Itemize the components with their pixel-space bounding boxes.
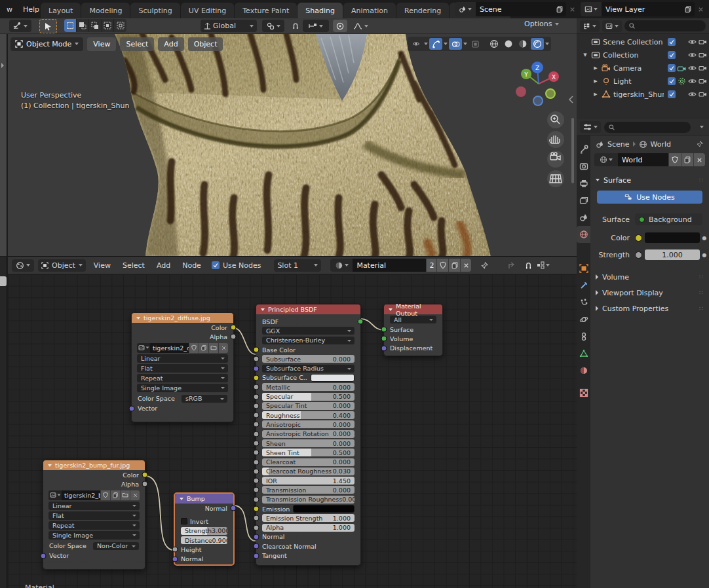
node-dropdown[interactable]: Flat <box>48 511 140 520</box>
socket-vector-in[interactable] <box>41 553 47 559</box>
node-row[interactable]: Clearcoat 0.000 <box>256 457 360 466</box>
color-keyframe-dot[interactable]: ● <box>700 235 709 241</box>
panel-header[interactable]: Volume∷ <box>590 269 709 285</box>
node-header[interactable]: Principled BSDF <box>256 304 360 314</box>
socket-alpha-out[interactable] <box>231 334 237 340</box>
xray-toggle[interactable] <box>469 38 482 50</box>
outliner-row[interactable]: ▼ Collection <box>577 48 709 62</box>
go-to-parent-icon[interactable] <box>507 261 516 270</box>
image-unlink-button[interactable] <box>130 490 140 500</box>
transform-orientation[interactable]: Global <box>201 20 257 32</box>
image-fake-user-button[interactable] <box>100 490 110 500</box>
proportional-edit-toggle[interactable] <box>333 20 347 32</box>
hide-eye-icon[interactable] <box>687 64 697 73</box>
socket-color-out[interactable] <box>142 472 148 478</box>
node-row[interactable]: BSDF <box>256 317 360 326</box>
use-nodes-checkbox[interactable]: Use Nodes <box>212 261 261 270</box>
overlays-toggle[interactable] <box>449 38 462 50</box>
image-copy-button[interactable] <box>199 343 208 353</box>
unlink-world-button[interactable] <box>693 153 705 166</box>
view-layer-icon[interactable] <box>581 2 602 16</box>
surface-shader-button[interactable]: Background <box>635 213 702 225</box>
workspace-tab[interactable]: Shading <box>297 3 343 18</box>
hide-eye-icon[interactable] <box>687 50 697 60</box>
node-row[interactable]: Anisotropic 0.000 <box>256 420 360 429</box>
node-dropdown[interactable]: Single Image <box>48 531 140 540</box>
viewport-menu-view[interactable]: View <box>87 37 116 51</box>
breadcrumb-scene[interactable]: Scene <box>607 140 630 149</box>
socket-alpha-out[interactable] <box>142 481 148 487</box>
tab-tool[interactable] <box>577 141 590 158</box>
new-world-button[interactable] <box>681 153 693 166</box>
outliner-row[interactable]: ▶ Light <box>577 75 709 88</box>
image-open-button[interactable] <box>120 490 130 500</box>
scene-copy-button[interactable] <box>553 2 566 16</box>
outliner-filter-dropdown[interactable] <box>602 20 622 32</box>
shading-wireframe[interactable] <box>488 38 501 50</box>
node-dropdown[interactable]: Flat <box>137 364 228 373</box>
outliner-display-mode[interactable] <box>580 20 600 32</box>
workspace-tab[interactable]: Texture Paint <box>235 3 297 18</box>
visibility-dropdown[interactable] <box>410 38 423 50</box>
node-principled-bsdf[interactable]: Principled BSDF BSDF <box>256 304 361 566</box>
bump-distance-field[interactable]: Distance0.900 <box>181 536 227 544</box>
tab-particles[interactable] <box>577 294 590 311</box>
tab-render[interactable] <box>577 158 590 175</box>
row-label[interactable]: tigerskin_Shun <box>613 90 664 99</box>
row-label[interactable]: Camera <box>613 64 664 73</box>
node-row[interactable]: Christensen-Burley <box>256 336 360 345</box>
strength-field[interactable]: 1.000 <box>645 249 700 260</box>
shader-type-dropdown[interactable]: Object <box>38 259 86 272</box>
viewport-3d[interactable]: Z Y X User Perspective (1) Collect <box>8 34 577 257</box>
node-header[interactable]: Material Output <box>384 304 442 314</box>
node-dropdown[interactable]: Single Image <box>137 384 228 392</box>
node-canvas[interactable]: tigerskin2_diffuse.jpg Color Alpha tiger… <box>8 274 577 588</box>
material-name-field[interactable]: Material <box>353 259 426 272</box>
node-row[interactable]: Emission <box>256 504 360 513</box>
view-layer-selector[interactable]: View Layer <box>581 2 706 16</box>
row-label[interactable]: Scene Collection <box>603 38 664 46</box>
viewport-menu-add[interactable]: Add <box>158 37 183 51</box>
row-label[interactable]: Light <box>613 77 664 86</box>
hide-eye-icon[interactable] <box>687 90 697 99</box>
use-nodes-button[interactable]: Use Nodes <box>597 191 702 204</box>
snap-target-dropdown[interactable] <box>303 20 329 32</box>
bump-strength-field[interactable]: Strength3.000 <box>181 527 227 535</box>
world-browse-button[interactable] <box>594 153 618 166</box>
invert-checkbox[interactable]: Invert <box>190 518 208 525</box>
node-row[interactable]: Subsurface Radius <box>256 363 360 373</box>
socket-displacement-in[interactable] <box>381 345 387 351</box>
render-visibility-icon[interactable] <box>698 37 708 46</box>
image-fake-user-button[interactable] <box>189 343 199 353</box>
scene-icon[interactable] <box>455 2 476 16</box>
world-color-swatch[interactable] <box>645 232 700 243</box>
render-visibility-icon[interactable] <box>698 64 708 73</box>
color-space-dropdown[interactable]: Non-Color <box>93 542 139 550</box>
render-visibility-icon[interactable] <box>698 90 708 99</box>
socket-height-in[interactable] <box>172 547 178 553</box>
select-box-mode-set[interactable] <box>64 19 77 32</box>
view-layer-remove-button[interactable] <box>695 2 706 16</box>
node-bump[interactable]: Bump Normal Invert Strength3.000 Distanc… <box>174 492 235 566</box>
shading-rendered[interactable] <box>531 38 544 50</box>
workspace-tab[interactable]: Sculpting <box>130 3 180 18</box>
node-row[interactable]: Clearcoat Normal <box>256 542 360 551</box>
collection-checkbox[interactable] <box>666 77 676 86</box>
collection-checkbox[interactable] <box>666 37 676 46</box>
node-dropdown[interactable]: Linear <box>48 502 140 510</box>
select-mode-extend[interactable] <box>77 19 89 32</box>
output-target-dropdown[interactable]: All <box>390 316 436 323</box>
workspace-tab[interactable]: UV Editing <box>181 3 234 18</box>
node-row[interactable]: Subsurface 0.000 <box>256 354 360 363</box>
tab-output[interactable] <box>577 175 590 192</box>
outliner-row[interactable]: ▶ Camera <box>577 62 709 75</box>
socket-surface-in[interactable] <box>381 327 387 333</box>
tab-world[interactable] <box>577 226 590 243</box>
node-row[interactable]: Anisotropic Rotation 0.000 <box>256 430 360 439</box>
node-dropdown[interactable]: Repeat <box>137 374 228 382</box>
cursor-tool-button[interactable] <box>39 19 57 33</box>
snapping-dropdown[interactable] <box>537 261 550 269</box>
node-header[interactable]: tigerskin2_diffuse.jpg <box>132 313 233 323</box>
material-copy-button[interactable] <box>448 259 460 272</box>
outliner-row[interactable]: ▶ tigerskin_Shun <box>577 88 709 101</box>
